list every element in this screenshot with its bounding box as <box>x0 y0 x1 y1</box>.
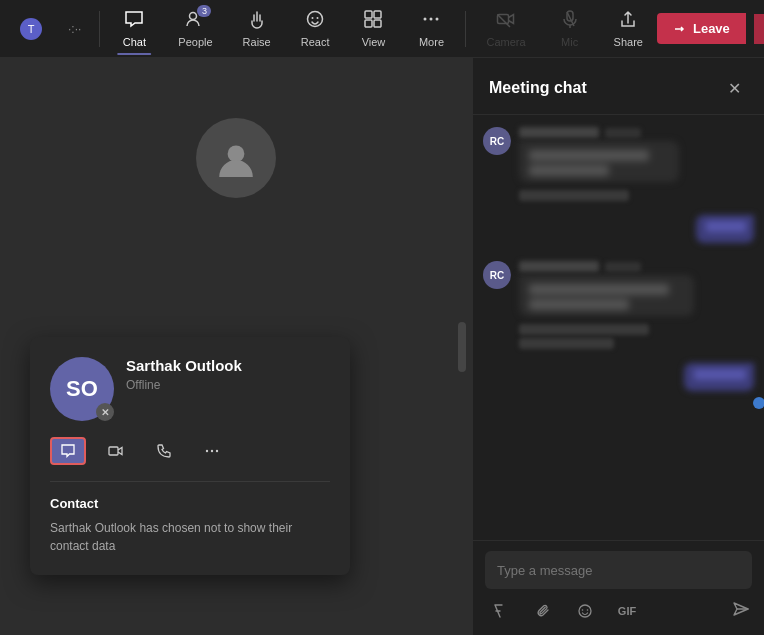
side-panel-header: Meeting chat ✕ <box>473 58 764 115</box>
top-bar: T ·:·· Chat 3 People <box>0 0 764 58</box>
share-label: Share <box>614 36 643 48</box>
leave-button[interactable]: Leave <box>657 13 746 44</box>
share-icon <box>618 9 638 34</box>
unread-indicator <box>753 397 764 409</box>
message-sender-2 <box>519 261 599 272</box>
attach-button[interactable] <box>529 597 557 625</box>
svg-point-5 <box>317 17 319 19</box>
side-panel-title: Meeting chat <box>489 79 587 97</box>
react-label: React <box>301 36 330 48</box>
svg-point-4 <box>312 17 314 19</box>
popup-close-button[interactable]: ✕ <box>96 403 114 421</box>
message-meta <box>519 127 754 138</box>
popup-header: SO ✕ Sarthak Outlook Offline <box>50 357 330 421</box>
message-time <box>605 128 641 138</box>
chat-messages: RC <box>473 115 764 540</box>
svg-point-20 <box>206 450 208 452</box>
nav-items: T ·:·· Chat 3 People <box>8 3 657 54</box>
video-area: SO ✕ Sarthak Outlook Offline <box>0 58 472 635</box>
chat-input-box[interactable] <box>485 551 752 589</box>
svg-point-23 <box>579 605 591 617</box>
scrollbar-handle[interactable] <box>458 322 466 372</box>
people-badge: 3 <box>197 5 211 17</box>
meeting-timer: ·:·· <box>56 22 93 36</box>
own-message-bubble-2 <box>684 363 754 391</box>
more-label: More <box>419 36 444 48</box>
people-icon: 3 <box>185 9 205 34</box>
view-icon <box>363 9 383 34</box>
popup-phone-button[interactable] <box>146 437 182 465</box>
mic-icon <box>560 9 580 34</box>
main-area: SO ✕ Sarthak Outlook Offline <box>0 58 764 635</box>
svg-rect-9 <box>374 20 381 27</box>
format-button[interactable] <box>487 597 515 625</box>
popup-info: Sarthak Outlook Offline <box>126 357 330 392</box>
side-panel-close-button[interactable]: ✕ <box>720 74 748 102</box>
svg-point-2 <box>190 13 197 20</box>
chat-message-2: RC <box>483 261 754 349</box>
popup-name: Sarthak Outlook <box>126 357 330 374</box>
nav-raise[interactable]: Raise <box>229 3 285 54</box>
svg-point-10 <box>424 18 427 21</box>
nav-share[interactable]: Share <box>600 3 657 54</box>
view-label: View <box>362 36 386 48</box>
chat-message-input[interactable] <box>497 563 740 578</box>
svg-rect-7 <box>374 11 381 18</box>
send-button[interactable] <box>732 600 750 622</box>
nav-mic[interactable]: Mic <box>542 3 598 54</box>
popup-more-button[interactable] <box>194 437 230 465</box>
svg-rect-6 <box>365 11 372 18</box>
own-message-bubble-wrap-2 <box>684 363 754 395</box>
chat-message: RC <box>483 127 754 201</box>
popup-avatar: SO ✕ <box>50 357 114 421</box>
svg-point-21 <box>211 450 213 452</box>
popup-actions <box>50 437 330 465</box>
popup-video-button[interactable] <box>98 437 134 465</box>
raise-icon <box>247 9 267 34</box>
chat-icon <box>124 9 144 34</box>
video-feed <box>196 118 276 208</box>
nav-view[interactable]: View <box>345 3 401 54</box>
popup-status: Offline <box>126 378 330 392</box>
top-bar-right: Leave ⌄ <box>657 13 764 44</box>
message-content-2 <box>519 261 754 349</box>
message-content <box>519 127 754 201</box>
emoji-button[interactable] <box>571 597 599 625</box>
nav-more[interactable]: More <box>403 3 459 54</box>
svg-text:T: T <box>28 23 35 35</box>
contact-note: Sarthak Outlook has chosen not to show t… <box>50 519 330 555</box>
svg-point-11 <box>430 18 433 21</box>
nav-people[interactable]: 3 People <box>164 3 226 54</box>
message-extra <box>519 190 629 201</box>
nav-camera[interactable]: Camera <box>472 3 539 54</box>
message-time-2 <box>605 262 641 272</box>
popup-chat-button[interactable] <box>50 437 86 465</box>
gif-button[interactable]: GIF <box>613 597 641 625</box>
people-label: People <box>178 36 212 48</box>
contact-section-title: Contact <box>50 496 330 511</box>
raise-label: Raise <box>243 36 271 48</box>
nav-separator-2 <box>465 11 466 47</box>
mic-label: Mic <box>561 36 578 48</box>
leave-dropdown-button[interactable]: ⌄ <box>754 14 764 44</box>
svg-point-24 <box>582 609 584 611</box>
nav-chat[interactable]: Chat <box>106 3 162 54</box>
own-message <box>483 215 754 247</box>
message-extra-3 <box>519 338 614 349</box>
svg-rect-19 <box>109 447 118 455</box>
video-avatar <box>196 118 276 198</box>
message-bubble-2 <box>519 275 694 316</box>
svg-point-22 <box>216 450 218 452</box>
own-message-bubble-wrap <box>696 215 754 247</box>
svg-rect-8 <box>365 20 372 27</box>
message-sender <box>519 127 599 138</box>
chat-toolbar: GIF <box>485 597 752 625</box>
react-icon <box>305 9 325 34</box>
side-panel: Meeting chat ✕ RC <box>472 58 764 635</box>
chat-input-area: GIF <box>473 540 764 635</box>
chat-label: Chat <box>123 36 146 48</box>
nav-react[interactable]: React <box>287 3 344 54</box>
svg-point-25 <box>587 609 589 611</box>
more-icon <box>421 9 441 34</box>
own-message-2 <box>483 363 754 395</box>
